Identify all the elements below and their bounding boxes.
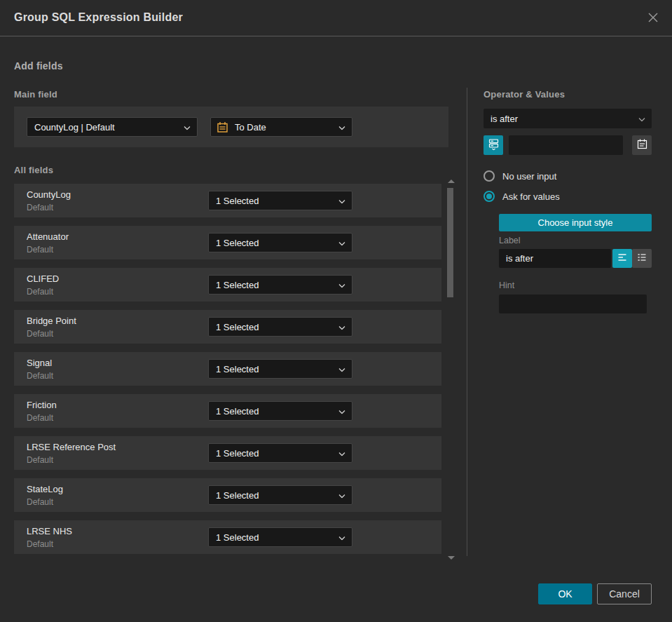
date-picker-button[interactable]	[632, 135, 652, 155]
label-caption: Label	[499, 236, 521, 245]
field-row: Signal Default 1 Selected	[14, 352, 441, 386]
field-selection-value: 1 Selected	[216, 238, 259, 248]
chevron-down-icon	[338, 532, 345, 543]
field-selection-select[interactable]: 1 Selected	[208, 527, 352, 547]
field-name: Signal	[27, 358, 52, 368]
scroll-up-icon[interactable]	[448, 180, 455, 183]
text-style-button[interactable]	[612, 249, 632, 268]
all-fields-list: CountyLog Default 1 Selected Attenuator …	[14, 184, 441, 562]
field-selection-value: 1 Selected	[216, 532, 259, 543]
field-subtitle: Default	[27, 203, 53, 212]
field-name: Attenuator	[27, 231, 69, 242]
field-name: StateLog	[27, 484, 63, 494]
chevron-down-icon	[184, 122, 191, 133]
chevron-down-icon	[338, 322, 345, 332]
field-selection-value: 1 Selected	[216, 448, 259, 459]
field-selection-select[interactable]: 1 Selected	[208, 233, 352, 252]
field-subtitle: Default	[27, 539, 53, 549]
radio-no-user-input-label: No user input	[502, 171, 556, 182]
chevron-down-icon	[338, 490, 345, 501]
label-input[interactable]	[499, 249, 611, 268]
value-set-button[interactable]	[484, 135, 503, 155]
hint-caption: Hint	[499, 280, 514, 290]
field-row: Bridge Point Default 1 Selected	[14, 310, 441, 344]
main-field-label: Main field	[14, 89, 57, 100]
field-subtitle: Default	[27, 245, 53, 255]
align-left-icon	[617, 252, 628, 266]
field-selection-value: 1 Selected	[216, 364, 259, 374]
radio-icon	[484, 170, 495, 182]
field-row: Friction Default 1 Selected	[14, 394, 441, 428]
stack-icon	[488, 138, 500, 153]
field-name: CountyLog	[27, 189, 71, 200]
main-field-select-value: CountyLog | Default	[34, 122, 115, 133]
calendar-icon	[217, 121, 228, 133]
chevron-down-icon	[638, 114, 645, 124]
fields-scrollbar[interactable]	[446, 178, 458, 561]
field-subtitle: Default	[27, 455, 53, 465]
operator-select[interactable]: is after	[484, 109, 652, 128]
list-icon	[636, 252, 647, 266]
field-row: Attenuator Default 1 Selected	[14, 226, 441, 259]
chevron-down-icon	[338, 280, 345, 290]
radio-ask-for-values-label: Ask for values	[502, 191, 560, 202]
field-selection-value: 1 Selected	[216, 406, 259, 417]
hint-input[interactable]	[499, 295, 647, 313]
label-row	[499, 249, 652, 268]
scroll-down-icon[interactable]	[448, 556, 455, 560]
radio-ask-for-values[interactable]: Ask for values	[484, 191, 560, 202]
main-field-row: CountyLog | Default To Date	[14, 107, 448, 147]
field-subtitle: Default	[27, 287, 53, 297]
operator-values-heading: Operator & Values	[484, 89, 565, 100]
field-selection-value: 1 Selected	[216, 490, 259, 501]
field-name: CLIFED	[27, 273, 59, 284]
field-selection-select[interactable]: 1 Selected	[208, 401, 352, 421]
field-row: LRSE NHS Default 1 Selected	[14, 520, 441, 554]
panel-divider	[467, 88, 467, 556]
close-button[interactable]	[645, 11, 661, 27]
close-icon	[647, 11, 659, 27]
field-name: LRSE Reference Post	[27, 442, 116, 452]
field-selection-value: 1 Selected	[216, 280, 259, 290]
dialog-header: Group SQL Expression Builder	[0, 0, 672, 36]
date-type-select[interactable]: To Date	[210, 117, 352, 137]
scrollbar-thumb[interactable]	[447, 188, 453, 297]
field-selection-select[interactable]: 1 Selected	[208, 191, 352, 210]
field-subtitle: Default	[27, 329, 53, 339]
value-input-row	[484, 135, 652, 155]
operator-select-value: is after	[491, 114, 518, 124]
chevron-down-icon	[338, 364, 345, 374]
chevron-down-icon	[338, 448, 345, 459]
field-selection-select[interactable]: 1 Selected	[208, 485, 352, 505]
dialog-title: Group SQL Expression Builder	[14, 11, 183, 24]
list-style-button[interactable]	[632, 249, 652, 268]
field-name: Friction	[27, 400, 57, 410]
ok-button[interactable]: OK	[538, 583, 592, 604]
field-subtitle: Default	[27, 413, 53, 423]
chevron-down-icon	[338, 122, 345, 133]
add-fields-heading: Add fields	[14, 60, 63, 72]
field-name: Bridge Point	[27, 316, 76, 326]
field-selection-select[interactable]: 1 Selected	[208, 275, 352, 295]
field-row: CountyLog Default 1 Selected	[14, 184, 441, 217]
field-subtitle: Default	[27, 497, 53, 507]
radio-no-user-input[interactable]: No user input	[484, 170, 556, 182]
field-row: StateLog Default 1 Selected	[14, 478, 441, 512]
choose-input-style-button[interactable]: Choose input style	[499, 214, 652, 231]
field-selection-value: 1 Selected	[216, 322, 259, 332]
field-row: CLIFED Default 1 Selected	[14, 268, 441, 302]
field-selection-value: 1 Selected	[216, 196, 259, 206]
value-input[interactable]	[509, 135, 623, 155]
radio-icon	[484, 191, 495, 202]
field-name: LRSE NHS	[27, 526, 72, 536]
field-selection-select[interactable]: 1 Selected	[208, 359, 352, 379]
field-selection-select[interactable]: 1 Selected	[208, 317, 352, 337]
field-subtitle: Default	[27, 371, 53, 381]
calendar-icon	[636, 138, 648, 153]
field-selection-select[interactable]: 1 Selected	[208, 443, 352, 463]
cancel-button[interactable]: Cancel	[597, 583, 652, 604]
main-field-select[interactable]: CountyLog | Default	[27, 117, 198, 137]
chevron-down-icon	[338, 196, 345, 206]
date-type-select-value: To Date	[235, 122, 266, 133]
field-row: LRSE Reference Post Default 1 Selected	[14, 436, 441, 470]
